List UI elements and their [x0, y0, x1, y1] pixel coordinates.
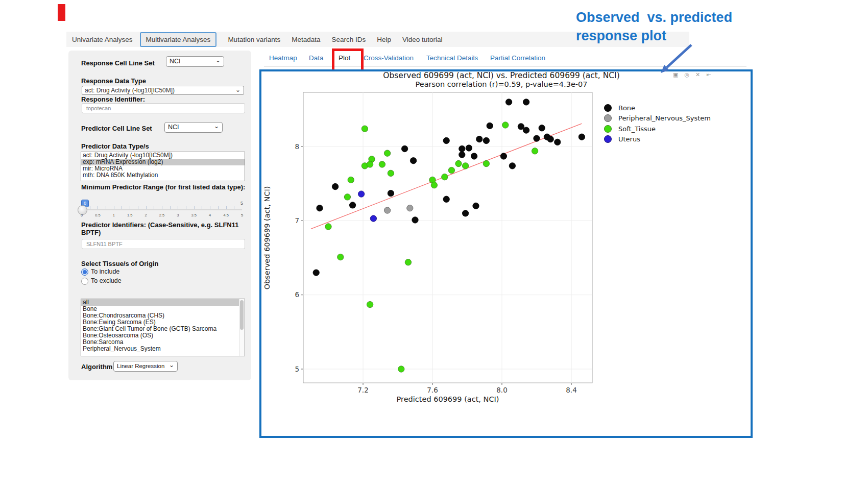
response-data-type-label: Response Data Type	[81, 77, 250, 85]
algorithm-select[interactable]: Linear Regression ⌄	[113, 361, 178, 372]
chevron-down-icon: ⌄	[214, 123, 219, 130]
subtab-partial-correlation[interactable]: Partial Correlation	[490, 54, 545, 62]
nav-tab-multivariate-analyses[interactable]: Multivariate Analyses	[140, 32, 217, 47]
data-point-soft_tissue	[379, 161, 385, 167]
legend-label: Peripheral_Nervous_System	[618, 114, 711, 122]
nav-tab-help[interactable]: Help	[377, 36, 391, 43]
legend-dot	[604, 104, 612, 112]
data-point-soft_tissue	[325, 224, 331, 230]
predictor-data-types-listbox[interactable]: act: Drug Activity (-log10[IC50M])exp: m…	[81, 152, 245, 181]
data-point-bone	[349, 202, 355, 208]
radio-to-exclude-label: To exclude	[91, 277, 122, 284]
legend-item: Bone	[604, 103, 711, 113]
chevron-down-icon: ⌄	[169, 361, 174, 369]
tissue-listbox[interactable]: allBoneBone:Chondrosarcoma (CHS)Bone:Ewi…	[81, 299, 245, 356]
response-cell-line-set-select[interactable]: NCI ⌄	[166, 56, 224, 67]
data-point-bone	[539, 125, 545, 131]
slider-tick-label: 5	[241, 213, 243, 217]
list-option[interactable]: all	[81, 299, 245, 306]
data-point-bone	[443, 137, 449, 143]
algorithm-value: Linear Regression	[117, 363, 164, 369]
slider-tick-label: 0	[81, 213, 83, 217]
slider-tick-label: 0.5	[95, 213, 100, 217]
nav-tab-video-tutorial[interactable]: Video tutorial	[402, 36, 443, 43]
subtab-data[interactable]: Data	[309, 54, 324, 62]
response-identifier-input[interactable]: topotecan	[82, 103, 245, 113]
y-axis-label: Observed 609699 (act, NCI)	[263, 186, 271, 290]
list-option[interactable]: mth: DNA 850K Methylation	[81, 172, 245, 179]
scrollbar-thumb[interactable]	[240, 300, 244, 330]
data-point-bone	[401, 145, 407, 152]
list-option[interactable]: Peripheral_Nervous_System	[81, 346, 245, 352]
tissue-listbox-scrollbar[interactable]	[239, 299, 245, 356]
data-point-bone	[332, 183, 338, 189]
data-point-bone	[509, 163, 515, 169]
data-point-bone	[443, 196, 449, 202]
data-point-soft_tissue	[483, 160, 489, 166]
annotation-text: Observed vs. predicted response plot	[576, 8, 732, 45]
app-page: Univariate AnalysesMultivariate Analyses…	[0, 0, 868, 488]
legend-item: Uterus	[604, 134, 711, 145]
data-point-bone	[483, 137, 489, 143]
predictor-data-types-label: Predictor Data Type/s	[81, 142, 250, 150]
legend-label: Bone	[618, 104, 635, 112]
data-point-bone	[459, 152, 465, 158]
chevron-down-icon: ⌄	[235, 86, 240, 93]
data-point-soft_tissue	[502, 122, 509, 128]
x-tick-label: 7.2	[357, 386, 368, 394]
radio-to-exclude[interactable]	[81, 278, 88, 285]
y-tick-label: 7	[295, 216, 299, 225]
data-point-peripheral_nervous_system	[407, 205, 413, 211]
data-point-bone	[505, 99, 512, 105]
data-point-bone	[500, 153, 507, 159]
data-point-soft_tissue	[431, 182, 437, 188]
data-point-uterus	[370, 215, 376, 222]
red-marker	[58, 4, 65, 21]
data-point-soft_tissue	[384, 150, 390, 156]
nav-tab-metadata[interactable]: Metadata	[292, 36, 320, 43]
data-point-bone	[547, 136, 553, 142]
response-data-type-select[interactable]: act: Drug Activity (-log10[IC50M]) ⌄	[82, 86, 244, 95]
predictor-cell-line-set-select[interactable]: NCI ⌄	[164, 122, 223, 133]
data-point-soft_tissue	[367, 301, 373, 307]
data-point-bone	[462, 210, 468, 216]
subtab-cross-validation[interactable]: Cross-Validation	[364, 54, 414, 62]
data-point-bone	[476, 136, 483, 142]
plot-panel: 7.27.68.08.45678Observed 609699 (act, NC…	[259, 69, 753, 438]
legend-dot	[604, 135, 612, 143]
nav-tab-univariate-analyses[interactable]: Univariate Analyses	[72, 36, 133, 43]
legend-dot	[604, 125, 612, 133]
slider-tick-marks	[82, 206, 242, 209]
subtab-heatmap[interactable]: Heatmap	[269, 54, 297, 62]
x-tick-label: 8.4	[566, 386, 576, 394]
predictor-identifiers-label: Predictor Identifiers: (Case-Sensitive, …	[81, 221, 250, 236]
radio-to-include-label: To include	[91, 268, 119, 275]
legend-label: Uterus	[618, 135, 640, 143]
nav-tab-search-ids[interactable]: Search IDs	[331, 36, 366, 43]
data-point-bone	[523, 127, 529, 133]
data-point-bone	[388, 190, 394, 196]
tissue-origin-label: Select Tissue/s of Origin	[81, 260, 250, 267]
data-point-soft_tissue	[462, 163, 468, 169]
x-tick-label: 7.6	[427, 386, 438, 394]
nav-tab-mutation-variants[interactable]: Mutation variants	[228, 36, 280, 43]
response-data-type-value: act: Drug Activity (-log10[IC50M])	[85, 87, 175, 94]
predictor-identifiers-input[interactable]: SLFN11 BPTF	[82, 239, 245, 249]
plot-title: Observed 609699 (act, NCI) vs. Predicted…	[383, 71, 619, 80]
slider-tick-label: 1	[113, 213, 115, 217]
data-point-uterus	[358, 191, 364, 197]
x-tick-label: 8.0	[496, 386, 507, 394]
slider-max-hint: 5	[240, 201, 243, 206]
data-point-bone	[466, 145, 472, 151]
data-point-bone	[473, 203, 479, 209]
subtab-technical-details[interactable]: Technical Details	[426, 54, 478, 62]
min-predictor-range-label: Minimum Predictor Range (for first liste…	[81, 183, 250, 191]
data-point-soft_tissue	[361, 126, 368, 132]
data-point-soft_tissue	[398, 366, 404, 372]
legend-item: Peripheral_Nervous_System	[604, 113, 711, 124]
data-point-soft_tissue	[405, 259, 411, 265]
radio-to-include[interactable]	[81, 269, 88, 276]
response-identifier-label: Response Identifier:	[81, 95, 250, 103]
data-point-soft_tissue	[337, 254, 344, 260]
reset-axes-icon[interactable]: ⇤	[706, 71, 717, 78]
